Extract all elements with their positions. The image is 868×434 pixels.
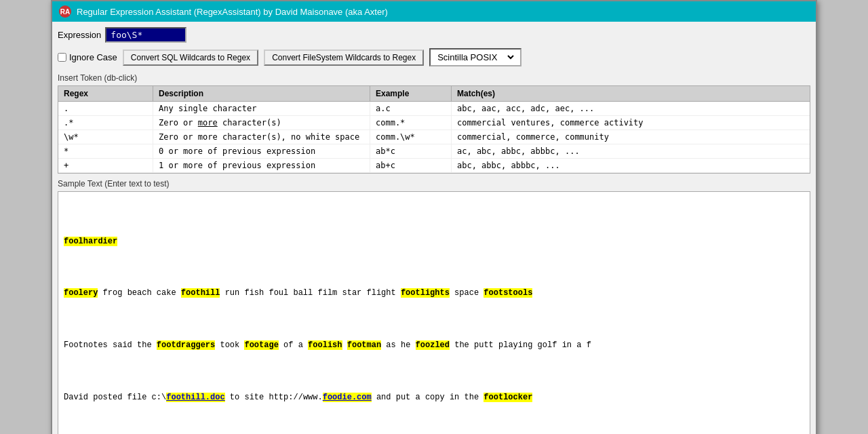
ignore-case-text: Ignore Case (69, 52, 117, 62)
cell-example: a.c (370, 102, 452, 115)
ignore-case-checkbox[interactable] (58, 53, 66, 62)
col-description: Description (153, 86, 370, 101)
match: footstools (484, 288, 532, 298)
match: footman (347, 340, 381, 350)
cell-regex: . (58, 102, 153, 115)
expression-input[interactable] (105, 27, 186, 43)
window-body: Expression Ignore Case Convert SQL Wildc… (52, 22, 816, 434)
cell-matches: commercial, commerce, community (452, 130, 810, 144)
cell-regex: * (58, 144, 153, 158)
col-regex: Regex (58, 86, 153, 101)
match: footage (244, 340, 278, 350)
token-table-columns: Regex Description Example Match(es) (58, 86, 810, 102)
match: footlights (401, 288, 450, 298)
main-window: RA Regular Expression Assistant (RegexAs… (51, 0, 817, 434)
match: foodie.com (323, 393, 372, 402)
buttons-row: Ignore Case Convert SQL Wildcards to Reg… (58, 48, 810, 66)
token-table-header: Insert Token (db-click) (58, 73, 810, 83)
table-row[interactable]: \w* Zero or more character(s), no white … (58, 130, 810, 144)
app-icon: RA (59, 5, 71, 18)
match: foolery (64, 288, 98, 298)
cell-matches: ac, abc, abbc, abbbc, ... (452, 144, 810, 158)
col-example: Example (370, 86, 452, 101)
match: foolish (308, 340, 342, 350)
match: foozled (416, 340, 450, 350)
col-matches: Match(es) (452, 86, 810, 101)
table-row[interactable]: .* Zero or more character(s) comm.* comm… (58, 116, 810, 130)
cell-regex: .* (58, 116, 153, 130)
match: foothill.doc (166, 393, 224, 402)
cell-description: Zero or more character(s), no white spac… (153, 130, 370, 144)
token-table-body: . Any single character a.c abc, aac, acc… (58, 102, 810, 173)
cell-matches: abc, abbc, abbbc, ... (452, 159, 810, 172)
sample-line: foolery frog beach cake foothill run fis… (64, 287, 804, 300)
expression-row: Expression (58, 27, 810, 43)
match: foothill (181, 288, 220, 298)
cell-description: 1 or more of previous expression (153, 159, 370, 172)
table-row[interactable]: . Any single character a.c abc, aac, acc… (58, 102, 810, 116)
cell-regex: + (58, 159, 153, 172)
match: footlocker (484, 393, 532, 402)
cell-description: Zero or more character(s) (153, 116, 370, 130)
cell-example: ab*c (370, 144, 452, 158)
cell-description: Any single character (153, 102, 370, 115)
sample-line: foolhardier (64, 235, 804, 248)
cell-matches: abc, aac, acc, adc, aec, ... (452, 102, 810, 115)
match: footdraggers (157, 340, 215, 350)
sample-text-area[interactable]: foolhardier foolery frog beach cake foot… (58, 191, 810, 434)
engine-dropdown[interactable]: Scintilla POSIX POSIX Perl Python (429, 48, 521, 66)
sample-line: David posted file c:\foothill.doc to sit… (64, 391, 804, 404)
match: foolhardier (64, 237, 117, 246)
title-text: Regular Expression Assistant (RegexAssis… (77, 7, 388, 17)
engine-select[interactable]: Scintilla POSIX POSIX Perl Python (435, 52, 516, 63)
token-table-container: Regex Description Example Match(es) . An… (58, 85, 810, 174)
filesystem-wildcards-button[interactable]: Convert FileSystem Wildcards to Regex (264, 50, 424, 66)
cell-regex: \w* (58, 130, 153, 144)
table-row[interactable]: + 1 or more of previous expression ab+c … (58, 159, 810, 173)
sample-text-content: foolhardier foolery frog beach cake foot… (64, 196, 804, 434)
sample-line: Footnotes said the footdraggers took foo… (64, 339, 804, 352)
title-bar: RA Regular Expression Assistant (RegexAs… (52, 1, 816, 22)
expression-label: Expression (58, 30, 101, 40)
sql-wildcards-button[interactable]: Convert SQL Wildcards to Regex (123, 50, 258, 66)
cell-example: comm.\w* (370, 130, 452, 144)
sample-text-header: Sample Text (Enter text to test) (58, 179, 810, 189)
cell-example: ab+c (370, 159, 452, 172)
cell-matches: commercial ventures, commerce activity (452, 116, 810, 130)
cell-description: 0 or more of previous expression (153, 144, 370, 158)
cell-example: comm.* (370, 116, 452, 130)
ignore-case-label: Ignore Case (58, 52, 117, 62)
table-row[interactable]: * 0 or more of previous expression ab*c … (58, 144, 810, 159)
